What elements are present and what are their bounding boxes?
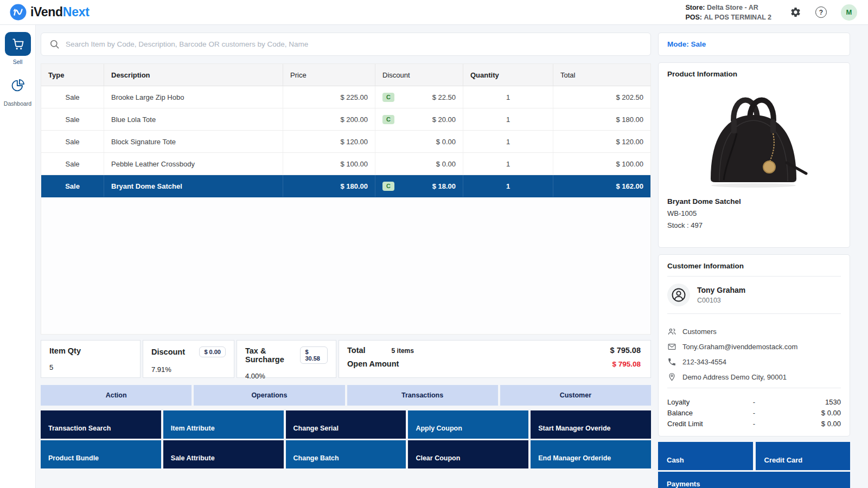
sale-attribute-button[interactable]: Sale Attribute	[163, 440, 284, 468]
store-label: Store:	[685, 4, 705, 11]
cart-table: Type Description Price Discount Quantity…	[41, 63, 651, 335]
cell-description: Block Signature Tote	[104, 131, 283, 152]
tab-transactions[interactable]: Transactions	[347, 385, 498, 406]
cell-price: $ 200.00	[283, 108, 375, 130]
right-panel: Mode: Sale Product Information	[658, 33, 850, 488]
customers-group-icon	[667, 327, 676, 336]
credit-limit-row: Credit Limit - $ 0.00	[667, 420, 841, 428]
cash-button[interactable]: Cash	[658, 442, 753, 470]
sidebar-item-label: Sell	[0, 59, 35, 65]
user-avatar[interactable]: M	[841, 4, 857, 21]
ivend-logo-mark-icon	[10, 4, 27, 21]
cell-total: $ 162.00	[553, 175, 650, 197]
customer-name: Tony Graham	[697, 286, 745, 294]
search-input[interactable]	[66, 40, 642, 48]
sidebar-item-sell[interactable]: Sell	[0, 32, 35, 65]
product-stock: Stock : 497	[667, 221, 841, 229]
balance-label: Balance	[667, 409, 753, 417]
table-row[interactable]: Sale Block Signature Tote $ 120.00 $ 0.0…	[41, 131, 650, 153]
customer-information-card: Customer Information Tony Grah	[658, 254, 850, 436]
cell-discount: $ 0.00	[375, 131, 463, 152]
cell-discount: $ 0.00	[375, 153, 463, 175]
table-row[interactable]: Sale Brooke Large Zip Hobo $ 225.00 C$ 2…	[41, 86, 650, 108]
action-tabs: Action Operations Transactions Customer	[41, 385, 651, 406]
product-image-handbag	[667, 81, 841, 193]
customer-phone-row: 212-343-4554	[667, 357, 841, 367]
item-qty-value: 5	[49, 363, 132, 371]
product-information-card: Product Information	[658, 62, 850, 248]
cell-type: Sale	[41, 86, 104, 108]
cell-price: $ 225.00	[283, 86, 375, 108]
tab-operations[interactable]: Operations	[194, 385, 344, 406]
loyalty-label: Loyalty	[667, 398, 753, 406]
customer-address: Demo Address Demo City, 90001	[682, 373, 787, 381]
customer-group: Customers	[682, 328, 717, 336]
total-label: Total	[347, 346, 366, 355]
help-button[interactable]: ?	[815, 7, 827, 18]
clear-coupon-button[interactable]: Clear Coupon	[408, 440, 528, 468]
cell-discount: C$ 20.00	[375, 108, 463, 130]
pie-chart-icon	[10, 78, 25, 93]
payments-button[interactable]: Payments	[658, 472, 850, 488]
customer-email: Tony.Graham@ivenddemostack.com	[682, 343, 797, 351]
cell-discount: C$ 18.00	[375, 175, 463, 197]
tab-action[interactable]: Action	[41, 385, 192, 406]
gear-icon	[790, 7, 801, 18]
column-header-total: Total	[553, 64, 650, 86]
item-attribute-button[interactable]: Item Attribute	[163, 410, 284, 439]
credit-limit-value: $ 0.00	[755, 420, 841, 428]
sidebar-item-label: Dashboard	[0, 100, 35, 107]
total-items-count: 5 items	[392, 347, 414, 355]
cell-description: Bryant Dome Satchel	[104, 175, 283, 197]
cell-quantity: 1	[463, 86, 553, 108]
sidebar-item-dashboard[interactable]: Dashboard	[0, 74, 35, 107]
total-amount: $ 795.08	[610, 346, 641, 355]
column-header-description: Description	[104, 64, 283, 86]
cell-total: $ 100.00	[553, 153, 650, 175]
transaction-search-button[interactable]: Transaction Search	[41, 410, 161, 439]
apply-coupon-button[interactable]: Apply Coupon	[408, 410, 528, 439]
settings-button[interactable]	[790, 7, 801, 18]
table-row[interactable]: Sale Pebble Leather Crossbody $ 100.00 $…	[41, 153, 650, 175]
discount-amount-badge: $ 0.00	[199, 346, 226, 357]
discount-label: Discount	[151, 348, 185, 356]
cell-type: Sale	[41, 108, 104, 130]
tax-percent: 4.00%	[245, 372, 328, 380]
search-icon	[49, 39, 60, 49]
change-serial-button[interactable]: Change Serial	[286, 410, 406, 439]
credit-card-button[interactable]: Credit Card	[756, 442, 851, 470]
table-row-selected[interactable]: Sale Bryant Dome Satchel $ 180.00 C$ 18.…	[41, 175, 650, 197]
store-pos-info: Store: Delta Store - AR POS: AL POS TERM…	[685, 3, 771, 22]
tax-amount-badge: $ 30.58	[300, 346, 328, 364]
product-sku: WB-1005	[667, 209, 841, 217]
location-pin-icon	[667, 373, 676, 382]
coupon-badge: C	[382, 182, 394, 191]
start-manager-override-button[interactable]: Start Manager Overide	[531, 410, 651, 439]
tab-customer[interactable]: Customer	[500, 385, 651, 406]
pos-value: AL POS TERMINAL 2	[704, 14, 771, 21]
app-name: iVendNext	[30, 5, 90, 20]
loyalty-value: 1530	[755, 398, 841, 406]
customer-code: C00103	[697, 297, 745, 304]
product-name: Bryant Dome Satchel	[667, 197, 841, 206]
cart-icon	[11, 37, 25, 51]
cell-quantity: 1	[463, 131, 553, 152]
mail-icon	[667, 342, 676, 351]
change-batch-button[interactable]: Change Batch	[286, 440, 406, 468]
loyalty-row: Loyalty - 1530	[667, 398, 841, 406]
table-row[interactable]: Sale Blue Lola Tote $ 200.00 C$ 20.00 1 …	[41, 108, 650, 131]
product-bundle-button[interactable]: Product Bundle	[41, 440, 161, 468]
column-header-price: Price	[283, 64, 375, 86]
top-bar: iVendNext Store: Delta Store - AR POS: A…	[0, 0, 868, 25]
cell-price: $ 180.00	[283, 175, 375, 197]
item-qty-box: Item Qty 5	[41, 340, 141, 378]
customer-group-row: Customers	[667, 327, 841, 336]
cell-price: $ 100.00	[283, 153, 375, 175]
cell-total: $ 202.50	[553, 86, 650, 108]
credit-limit-label: Credit Limit	[667, 420, 753, 428]
balance-row: Balance - $ 0.00	[667, 409, 841, 417]
cell-quantity: 1	[463, 153, 553, 175]
end-manager-override-button[interactable]: End Manager Orderide	[531, 440, 651, 468]
customer-email-row: Tony.Graham@ivenddemostack.com	[667, 342, 841, 351]
total-box: Total 5 items $ 795.08 Open Amount $ 795…	[339, 340, 651, 378]
